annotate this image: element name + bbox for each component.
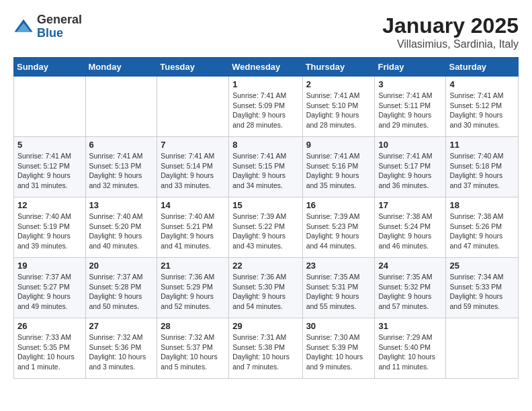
day-info: Sunrise: 7:41 AM Sunset: 5:12 PM Dayligh… <box>17 151 82 191</box>
day-number: 7 <box>161 140 225 150</box>
calendar-day-cell: 31Sunrise: 7:29 AM Sunset: 5:40 PM Dayli… <box>375 318 446 379</box>
location-subtitle: Villasimius, Sardinia, Italy <box>382 38 519 50</box>
calendar-day-cell: 1Sunrise: 7:41 AM Sunset: 5:09 PM Daylig… <box>229 77 302 137</box>
calendar-day-cell: 16Sunrise: 7:39 AM Sunset: 5:23 PM Dayli… <box>302 197 375 258</box>
calendar-day-cell <box>85 77 157 137</box>
day-info: Sunrise: 7:41 AM Sunset: 5:17 PM Dayligh… <box>378 151 442 191</box>
calendar-day-cell: 8Sunrise: 7:41 AM Sunset: 5:15 PM Daylig… <box>229 137 302 197</box>
day-info: Sunrise: 7:40 AM Sunset: 5:18 PM Dayligh… <box>449 151 515 191</box>
day-info: Sunrise: 7:41 AM Sunset: 5:15 PM Dayligh… <box>232 151 298 191</box>
day-number: 4 <box>449 79 515 89</box>
calendar-day-cell: 25Sunrise: 7:34 AM Sunset: 5:33 PM Dayli… <box>446 258 519 318</box>
calendar-day-header: Friday <box>375 58 446 77</box>
day-info: Sunrise: 7:41 AM Sunset: 5:09 PM Dayligh… <box>232 91 298 130</box>
calendar-day-cell: 4Sunrise: 7:41 AM Sunset: 5:12 PM Daylig… <box>446 77 519 137</box>
day-number: 10 <box>378 140 442 150</box>
day-info: Sunrise: 7:40 AM Sunset: 5:20 PM Dayligh… <box>89 212 154 251</box>
day-number: 22 <box>232 261 298 271</box>
calendar-day-header: Saturday <box>446 58 519 77</box>
day-info: Sunrise: 7:40 AM Sunset: 5:19 PM Dayligh… <box>17 212 82 251</box>
day-info: Sunrise: 7:35 AM Sunset: 5:32 PM Dayligh… <box>378 272 442 312</box>
day-info: Sunrise: 7:29 AM Sunset: 5:40 PM Dayligh… <box>378 332 442 372</box>
calendar-day-cell: 2Sunrise: 7:41 AM Sunset: 5:10 PM Daylig… <box>302 77 375 137</box>
calendar-table: SundayMondayTuesdayWednesdayThursdayFrid… <box>13 57 519 379</box>
day-info: Sunrise: 7:39 AM Sunset: 5:22 PM Dayligh… <box>232 212 298 251</box>
day-number: 25 <box>449 261 515 271</box>
day-number: 21 <box>161 261 225 271</box>
calendar-day-cell: 3Sunrise: 7:41 AM Sunset: 5:11 PM Daylig… <box>375 77 446 137</box>
day-number: 12 <box>17 200 82 210</box>
calendar-day-cell <box>14 77 86 137</box>
day-info: Sunrise: 7:41 AM Sunset: 5:13 PM Dayligh… <box>89 151 154 191</box>
calendar-day-header: Wednesday <box>229 58 302 77</box>
month-title: January 2025 <box>382 13 519 38</box>
calendar-day-cell: 30Sunrise: 7:30 AM Sunset: 5:39 PM Dayli… <box>302 318 375 379</box>
calendar-day-cell: 24Sunrise: 7:35 AM Sunset: 5:32 PM Dayli… <box>375 258 446 318</box>
day-number: 8 <box>232 140 298 150</box>
logo-general: General <box>37 13 82 27</box>
day-info: Sunrise: 7:36 AM Sunset: 5:30 PM Dayligh… <box>232 272 298 312</box>
day-info: Sunrise: 7:41 AM Sunset: 5:12 PM Dayligh… <box>449 91 515 130</box>
calendar-day-header: Sunday <box>14 58 86 77</box>
calendar-day-cell: 15Sunrise: 7:39 AM Sunset: 5:22 PM Dayli… <box>229 197 302 258</box>
calendar-day-cell: 22Sunrise: 7:36 AM Sunset: 5:30 PM Dayli… <box>229 258 302 318</box>
day-number: 3 <box>378 79 442 89</box>
logo-blue: Blue <box>37 27 82 40</box>
calendar-day-cell: 27Sunrise: 7:32 AM Sunset: 5:36 PM Dayli… <box>85 318 157 379</box>
day-info: Sunrise: 7:37 AM Sunset: 5:27 PM Dayligh… <box>17 272 82 312</box>
day-number: 27 <box>89 321 154 331</box>
day-number: 31 <box>378 321 442 331</box>
day-info: Sunrise: 7:38 AM Sunset: 5:26 PM Dayligh… <box>449 212 515 251</box>
day-number: 14 <box>161 200 225 210</box>
day-number: 28 <box>161 321 225 331</box>
day-info: Sunrise: 7:34 AM Sunset: 5:33 PM Dayligh… <box>449 272 515 312</box>
day-number: 13 <box>89 200 154 210</box>
calendar-day-header: Monday <box>85 58 157 77</box>
day-info: Sunrise: 7:32 AM Sunset: 5:37 PM Dayligh… <box>161 332 225 372</box>
day-number: 16 <box>306 200 371 210</box>
calendar-week-row: 12Sunrise: 7:40 AM Sunset: 5:19 PM Dayli… <box>14 197 519 258</box>
calendar-day-cell: 19Sunrise: 7:37 AM Sunset: 5:27 PM Dayli… <box>14 258 86 318</box>
day-number: 19 <box>17 261 82 271</box>
day-number: 26 <box>17 321 82 331</box>
day-number: 30 <box>306 321 371 331</box>
calendar-day-cell: 12Sunrise: 7:40 AM Sunset: 5:19 PM Dayli… <box>14 197 86 258</box>
day-number: 1 <box>232 79 298 89</box>
calendar-day-cell: 17Sunrise: 7:38 AM Sunset: 5:24 PM Dayli… <box>375 197 446 258</box>
day-info: Sunrise: 7:39 AM Sunset: 5:23 PM Dayligh… <box>306 212 371 251</box>
calendar-day-cell: 13Sunrise: 7:40 AM Sunset: 5:20 PM Dayli… <box>85 197 157 258</box>
calendar-day-cell: 10Sunrise: 7:41 AM Sunset: 5:17 PM Dayli… <box>375 137 446 197</box>
day-info: Sunrise: 7:41 AM Sunset: 5:16 PM Dayligh… <box>306 151 371 191</box>
calendar-day-cell: 7Sunrise: 7:41 AM Sunset: 5:14 PM Daylig… <box>157 137 229 197</box>
day-number: 23 <box>306 261 371 271</box>
day-info: Sunrise: 7:41 AM Sunset: 5:14 PM Dayligh… <box>161 151 225 191</box>
calendar-day-cell <box>157 77 229 137</box>
day-info: Sunrise: 7:30 AM Sunset: 5:39 PM Dayligh… <box>306 332 371 372</box>
day-number: 17 <box>378 200 442 210</box>
day-number: 29 <box>232 321 298 331</box>
logo: General Blue <box>13 13 82 40</box>
calendar-day-cell: 14Sunrise: 7:40 AM Sunset: 5:21 PM Dayli… <box>157 197 229 258</box>
calendar-day-cell: 26Sunrise: 7:33 AM Sunset: 5:35 PM Dayli… <box>14 318 86 379</box>
day-number: 24 <box>378 261 442 271</box>
calendar-day-cell <box>446 318 519 379</box>
calendar-week-row: 5Sunrise: 7:41 AM Sunset: 5:12 PM Daylig… <box>14 137 519 197</box>
day-info: Sunrise: 7:32 AM Sunset: 5:36 PM Dayligh… <box>89 332 154 372</box>
calendar-day-cell: 18Sunrise: 7:38 AM Sunset: 5:26 PM Dayli… <box>446 197 519 258</box>
day-info: Sunrise: 7:36 AM Sunset: 5:29 PM Dayligh… <box>161 272 225 312</box>
calendar-day-cell: 9Sunrise: 7:41 AM Sunset: 5:16 PM Daylig… <box>302 137 375 197</box>
day-number: 20 <box>89 261 154 271</box>
day-info: Sunrise: 7:31 AM Sunset: 5:38 PM Dayligh… <box>232 332 298 372</box>
calendar-day-cell: 6Sunrise: 7:41 AM Sunset: 5:13 PM Daylig… <box>85 137 157 197</box>
calendar-week-row: 26Sunrise: 7:33 AM Sunset: 5:35 PM Dayli… <box>14 318 519 379</box>
title-block: January 2025 Villasimius, Sardinia, Ital… <box>382 13 519 50</box>
calendar-day-cell: 20Sunrise: 7:37 AM Sunset: 5:28 PM Dayli… <box>85 258 157 318</box>
calendar-day-cell: 11Sunrise: 7:40 AM Sunset: 5:18 PM Dayli… <box>446 137 519 197</box>
day-number: 2 <box>306 79 371 89</box>
day-number: 18 <box>449 200 515 210</box>
day-number: 15 <box>232 200 298 210</box>
day-info: Sunrise: 7:41 AM Sunset: 5:11 PM Dayligh… <box>378 91 442 130</box>
calendar-day-cell: 21Sunrise: 7:36 AM Sunset: 5:29 PM Dayli… <box>157 258 229 318</box>
calendar-day-header: Tuesday <box>157 58 229 77</box>
calendar-day-cell: 28Sunrise: 7:32 AM Sunset: 5:37 PM Dayli… <box>157 318 229 379</box>
